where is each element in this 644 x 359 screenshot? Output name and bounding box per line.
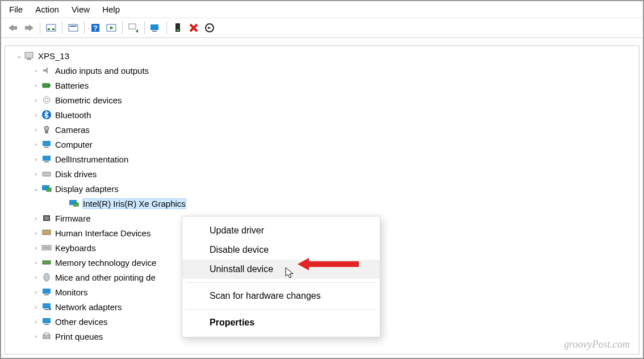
expand-icon[interactable]: › [31,229,40,236]
menu-view[interactable]: View [72,5,90,14]
show-hide-tree-button[interactable] [44,20,58,35]
memory-icon [40,257,53,268]
collapse-icon[interactable]: ⌄ [14,52,23,60]
svg-rect-36 [44,161,49,162]
svg-rect-24 [27,59,31,60]
expand-icon[interactable]: › [31,303,40,310]
svg-rect-58 [44,333,49,335]
chip-icon [40,212,53,224]
svg-marker-0 [9,24,13,31]
svg-rect-32 [45,131,48,133]
speaker-icon [40,65,53,76]
svg-rect-15 [150,24,158,30]
svg-rect-6 [52,28,55,30]
camera-icon [40,124,53,135]
menu-file[interactable]: File [9,5,23,14]
cursor-icon [285,267,295,279]
collapse-icon[interactable]: ⌄ [31,185,40,193]
tree-item-computer[interactable]: ›Computer [9,137,639,152]
ctx-update-driver[interactable]: Update driver [182,221,380,240]
tree-root[interactable]: ⌄ XPS_13 [9,48,639,63]
properties-button[interactable] [66,20,81,35]
fingerprint-icon [40,94,53,106]
svg-rect-51 [44,294,49,295]
battery-icon [40,80,53,91]
annotation-arrow [298,256,360,273]
tree-item-batteries[interactable]: ›Batteries [9,78,639,93]
enable-device-button[interactable] [170,20,185,35]
svg-marker-60 [286,268,293,278]
hid-icon [40,227,53,239]
toolbar: ? [1,18,643,38]
ctx-scan-hardware[interactable]: Scan for hardware changes [182,286,380,306]
tree-item-biometric[interactable]: ›Biometric devices [9,93,639,107]
tree-item-display[interactable]: ⌄Display adapters [9,181,639,196]
action-button[interactable] [104,20,119,35]
expand-icon[interactable]: › [31,82,40,89]
update-driver-button[interactable] [126,20,141,35]
svg-rect-3 [25,26,30,30]
svg-marker-2 [29,24,34,31]
svg-rect-34 [44,147,49,148]
svg-rect-35 [43,156,51,161]
tree-root-label: XPS_13 [38,51,69,61]
tree-item-audio[interactable]: ›Audio inputs and outputs [9,63,639,78]
svg-rect-13 [129,24,136,29]
svg-point-29 [45,98,48,102]
svg-rect-39 [47,188,51,191]
tree-item-cameras[interactable]: ›Cameras [9,122,639,137]
expand-icon[interactable]: › [31,97,40,103]
toolbar-separator [40,22,40,34]
svg-rect-8 [70,26,77,27]
svg-rect-5 [48,28,50,30]
other-devices-icon [40,316,53,327]
context-menu: Update driver Disable device Uninstall d… [182,216,380,337]
svg-rect-56 [44,324,49,325]
svg-point-28 [43,97,50,103]
expand-icon[interactable]: › [31,259,40,266]
printer-icon [40,331,53,342]
menu-action[interactable]: Action [35,5,59,14]
uninstall-device-button[interactable] [186,20,201,35]
svg-point-31 [44,126,49,131]
svg-rect-23 [25,52,33,58]
svg-rect-1 [12,26,17,30]
svg-marker-22 [208,27,211,29]
svg-point-54 [49,308,51,310]
expand-icon[interactable]: › [31,333,40,340]
toolbar-separator [122,22,123,34]
menu-help[interactable]: Help [102,5,120,14]
expand-icon[interactable]: › [31,170,40,177]
expand-icon[interactable]: › [31,111,40,118]
svg-rect-4 [47,24,56,31]
svg-rect-27 [49,85,51,86]
expand-icon[interactable]: › [31,289,40,295]
expand-icon[interactable]: › [31,274,40,281]
svg-rect-41 [74,203,78,206]
expand-icon[interactable]: › [31,126,40,133]
disable-device-button[interactable] [202,20,217,35]
mouse-icon [40,272,53,283]
back-button[interactable] [6,20,20,35]
ctx-properties[interactable]: Properties [182,313,380,332]
forward-button[interactable] [22,20,36,35]
toolbar-separator [84,22,85,34]
tree-item-disk[interactable]: ›Disk drives [9,166,639,181]
expand-icon[interactable]: › [31,67,40,74]
svg-point-49 [44,273,49,281]
svg-rect-33 [43,141,51,146]
expand-icon[interactable]: › [31,244,40,251]
svg-rect-37 [43,172,51,176]
expand-icon[interactable]: › [31,141,40,148]
tree-item-intel-iris[interactable]: Intel(R) Iris(R) Xe Graphics [9,196,639,211]
expand-icon[interactable]: › [31,318,40,325]
tree-item-dell[interactable]: ›DellInstrumentation [9,152,639,166]
display-adapter-icon [40,183,53,194]
help-button[interactable]: ? [88,20,103,35]
monitor-icon [40,286,53,298]
expand-icon[interactable]: › [31,156,40,162]
expand-icon[interactable]: › [31,215,40,222]
tree-item-bluetooth[interactable]: ›Bluetooth [9,107,639,122]
scan-hardware-button[interactable] [148,20,163,35]
ctx-separator [186,309,377,310]
